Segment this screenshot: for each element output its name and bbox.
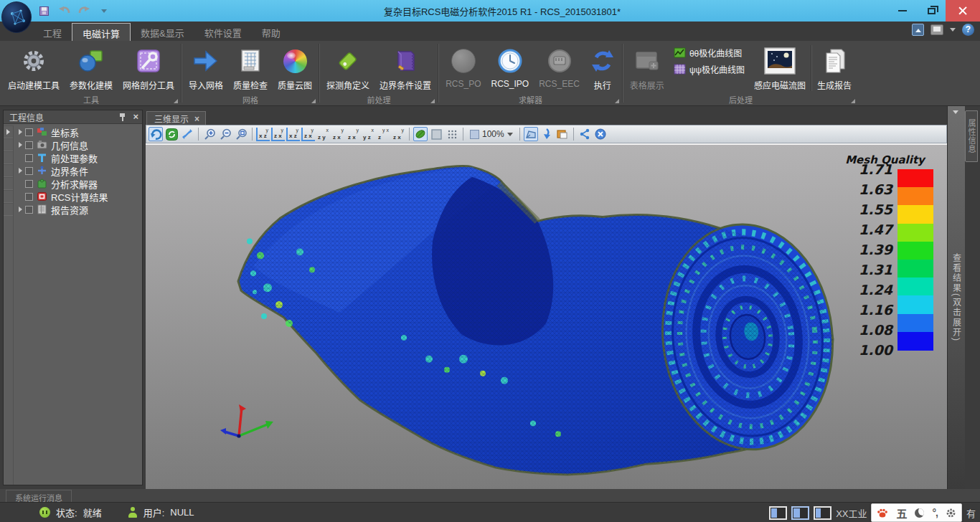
dialog-launcher-icon[interactable]: [174, 99, 178, 103]
fit-zoom-button[interactable]: [180, 127, 194, 141]
induced-current-map-button[interactable]: 感应电磁流图: [749, 42, 811, 92]
properties-panel-tab[interactable]: 属性信息: [965, 110, 978, 162]
layout-bottom-panel-button[interactable]: [814, 506, 831, 520]
checkbox[interactable]: [25, 206, 33, 214]
tab-em-computation[interactable]: 电磁计算: [72, 23, 131, 41]
parametric-modeling-button[interactable]: 参数化建模: [65, 42, 118, 92]
zoom-in-button[interactable]: [202, 127, 217, 141]
zoom-extent-button[interactable]: [234, 127, 248, 141]
generate-report-button[interactable]: 生成报告: [812, 42, 857, 92]
view-right-button[interactable]: yz x: [301, 128, 315, 141]
render-shaded-button[interactable]: [413, 127, 428, 141]
share-button[interactable]: [578, 127, 592, 141]
tree-item-boundary-condition[interactable]: 边界条件: [14, 164, 142, 177]
mesh-partition-tool-button[interactable]: 网格剖分工具: [118, 42, 179, 92]
window-layout-button[interactable]: [930, 24, 943, 35]
tab-software-settings[interactable]: 软件设置: [194, 23, 252, 41]
pin-icon[interactable]: [118, 113, 127, 121]
tab-help[interactable]: 帮助: [252, 23, 291, 41]
ime-punctuation-icon[interactable]: °,: [932, 507, 938, 518]
tree-item-preprocess-params[interactable]: 前处理参数: [14, 151, 142, 164]
3d-canvas[interactable]: Mesh Quality 1.71 1.63 1.55 1.47 1.39 1.…: [146, 143, 947, 489]
tree-item-analysis-solver[interactable]: 分析求解器: [14, 177, 142, 190]
import-view-button[interactable]: [540, 127, 554, 141]
theta-polarization-curve-button[interactable]: θθ极化曲线图: [674, 47, 745, 59]
view-iso-4-button[interactable]: yz x: [392, 128, 405, 141]
save-button[interactable]: [37, 4, 50, 17]
system-messages-tab[interactable]: 系统运行消息: [6, 490, 72, 502]
close-view-button[interactable]: [593, 127, 608, 141]
undo-button[interactable]: [57, 4, 70, 17]
checkbox[interactable]: [25, 193, 33, 201]
checkbox[interactable]: [25, 180, 33, 188]
tab-project[interactable]: 工程: [33, 23, 72, 41]
view-front-button[interactable]: yx z: [256, 128, 270, 141]
caret-right-icon: [19, 142, 22, 148]
qat-dropdown-button[interactable]: [98, 4, 110, 17]
tab-close-icon[interactable]: ×: [194, 114, 199, 124]
checkbox[interactable]: [25, 141, 33, 149]
launch-modeling-tool-button[interactable]: 启动建模工具: [3, 42, 65, 92]
blue-down-arrow-icon: [542, 128, 552, 140]
ime-moon-icon[interactable]: [915, 508, 924, 518]
minimize-button[interactable]: [888, 0, 917, 22]
panel-close-icon[interactable]: ×: [133, 113, 138, 121]
view-angle-button[interactable]: [524, 127, 538, 141]
view-back-button[interactable]: yz x: [271, 128, 285, 141]
checkbox[interactable]: [25, 167, 33, 175]
strip-dropdown-icon[interactable]: [953, 110, 958, 114]
collapse-ribbon-button[interactable]: [912, 24, 924, 36]
tree-item-report-resources[interactable]: 报告资源: [14, 203, 142, 216]
refresh-view-button[interactable]: [164, 127, 179, 141]
viewport-toolbar: yx z yz x yx z yz x xz y yz x yz x xy z …: [146, 125, 947, 143]
layout-left-panel-button[interactable]: [769, 506, 787, 520]
import-mesh-button[interactable]: 导入网格: [184, 42, 228, 92]
dialog-launcher-icon[interactable]: [851, 99, 855, 103]
zoom-dropdown-icon[interactable]: [507, 133, 513, 136]
ime-wubi-mode[interactable]: 五: [896, 506, 907, 521]
close-button[interactable]: [946, 0, 980, 22]
legend-swatch: [897, 205, 933, 224]
tree-item-coordinate-system[interactable]: 坐标系: [14, 125, 142, 138]
user-icon: [128, 507, 138, 518]
ime-settings-gear-icon[interactable]: [946, 508, 956, 518]
render-flat-button[interactable]: [429, 127, 443, 141]
render-points-button[interactable]: [445, 127, 459, 141]
view-iso-2-button[interactable]: xy z: [362, 128, 375, 141]
execute-button[interactable]: 执行: [585, 42, 621, 92]
results-panel-tab[interactable]: 查看结果(双击展开): [947, 106, 965, 489]
restore-button[interactable]: [917, 0, 946, 22]
view-iso-1-button[interactable]: yz x: [347, 128, 360, 141]
dialog-launcher-icon[interactable]: [615, 99, 619, 103]
layout-split-panel-button[interactable]: [791, 506, 809, 520]
purple-book-icon: [392, 48, 418, 74]
quality-check-button[interactable]: 质量检查: [228, 42, 273, 92]
checkbox[interactable]: [25, 128, 33, 136]
probe-angle-definition-button[interactable]: 探测角定义: [321, 42, 374, 92]
help-button[interactable]: ?: [962, 24, 974, 36]
checkbox[interactable]: [25, 154, 33, 162]
legend-label: 1.24: [842, 282, 892, 298]
view-iso-3-button[interactable]: y xz: [377, 128, 390, 141]
rotate-button[interactable]: [149, 127, 163, 141]
tab-data-display[interactable]: 数据&显示: [131, 23, 194, 41]
ime-toolbar[interactable]: 五 °,: [871, 503, 962, 522]
view-top-button[interactable]: xz y: [316, 128, 330, 141]
zoom-out-button[interactable]: [218, 127, 232, 141]
dialog-launcher-icon[interactable]: [311, 99, 316, 103]
dialog-launcher-icon[interactable]: [430, 99, 435, 103]
ime-paw-icon[interactable]: [877, 508, 888, 518]
tree-item-geometry-info[interactable]: 几何信息: [14, 138, 142, 151]
view-left-button[interactable]: yx z: [286, 128, 300, 141]
boundary-condition-settings-button[interactable]: 边界条件设置: [374, 42, 436, 92]
zoom-level-selector[interactable]: 100%: [467, 129, 516, 139]
redo-button[interactable]: [77, 4, 90, 17]
layout-dropdown-icon[interactable]: [950, 28, 956, 32]
rcs-ipo-button[interactable]: RCS_IPO: [486, 42, 534, 90]
quality-contour-button[interactable]: 质量云图: [273, 42, 317, 92]
psi-polarization-curve-button[interactable]: ψψ极化曲线图: [674, 63, 745, 75]
tree-item-rcs-results[interactable]: RCS计算结果: [14, 190, 142, 203]
tab-3d-display[interactable]: 三维显示 ×: [146, 111, 206, 125]
view-bottom-button[interactable]: yz x: [331, 128, 345, 141]
copy-image-button[interactable]: [555, 127, 570, 141]
